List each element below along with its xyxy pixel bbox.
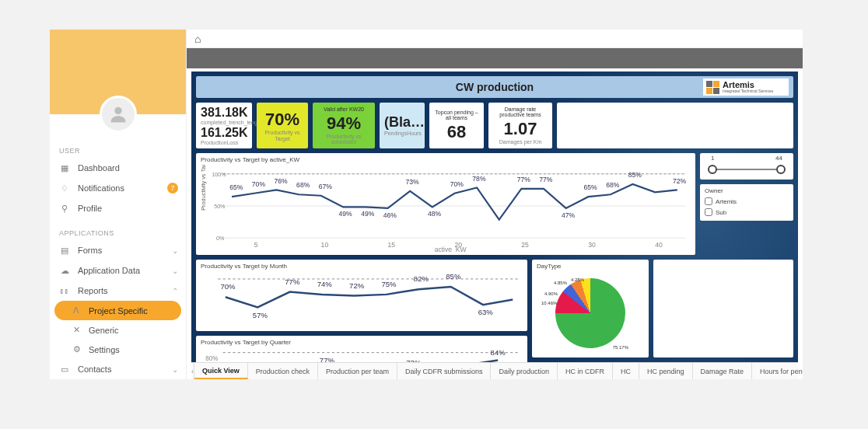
svg-text:78%: 78% [472, 175, 485, 183]
nav-project-specific[interactable]: ᐱ Project Specific [54, 301, 181, 320]
kpi-label: Productivity vs Target [261, 130, 303, 141]
tab-hc-cdfr[interactable]: HC in CDFR [558, 363, 613, 379]
tab-hc-pending[interactable]: HC pending [639, 363, 693, 379]
svg-text:5: 5 [254, 241, 258, 249]
checkbox[interactable] [705, 208, 712, 216]
svg-text:76%: 76% [275, 177, 288, 185]
kpi-label: completed_trench_length [201, 120, 247, 126]
nav-label: Profile [78, 204, 102, 213]
kpi-value: 381.18K [201, 106, 247, 120]
pie-label: 75.17% [613, 345, 628, 350]
ribbon [187, 48, 803, 68]
chart-kw[interactable]: Productivity vs Target 100% 50% 0% [201, 165, 691, 252]
tab-hours-pending[interactable]: Hours for pending [752, 363, 803, 379]
home-icon[interactable]: ⌂ [194, 33, 201, 45]
svg-text:82%: 82% [414, 274, 429, 283]
kpi-head: Valid after KW20 [317, 106, 370, 112]
nav-notifications[interactable]: ♢ Notifications 7 [50, 178, 186, 198]
chart-month[interactable]: 70% 57% 77% 74% 72% 75% 82% 85% 63% [201, 271, 523, 328]
tab-daily-production[interactable]: Daily production [491, 363, 558, 379]
chart-daytype[interactable]: 10.46% 4.90% 4.85% 4.28% 75.17% [537, 271, 644, 354]
svg-text:49%: 49% [361, 210, 374, 218]
nav-generic[interactable]: ✕ Generic [50, 320, 186, 340]
slider-handle-max[interactable] [776, 165, 786, 174]
owner-option[interactable]: Artemis [705, 197, 789, 205]
nav-forms[interactable]: ▤ Forms ⌄ [50, 240, 186, 260]
tab-damage-rate[interactable]: Damage Rate [693, 363, 753, 379]
forms-icon: ▤ [59, 245, 70, 256]
chart-quarter[interactable]: 80% 50% 71% 77% 73% 84% [201, 347, 523, 362]
row-kw-chart: Productivity vs Target by active_KW Prod… [196, 153, 793, 255]
user-icon [107, 103, 129, 125]
avatar[interactable] [100, 96, 137, 133]
svg-text:63%: 63% [478, 308, 493, 316]
tab-hc[interactable]: HC [613, 363, 639, 379]
owner-option[interactable]: Sub [705, 208, 789, 216]
nav-label: Project Specific [89, 306, 148, 316]
panel-title: Productivity vs Target by active_KW [201, 156, 691, 163]
nav-reports[interactable]: ⫾⫾ Reports ⌃ [50, 281, 186, 301]
kpi-head: Damage rate productive teams [493, 106, 548, 117]
svg-text:74%: 74% [317, 280, 332, 288]
svg-text:77%: 77% [320, 356, 334, 362]
nav-profile[interactable]: ⚲ Profile [50, 198, 186, 218]
nav-appdata[interactable]: ☁ Application Data ⌄ [50, 260, 186, 281]
svg-text:50%: 50% [214, 203, 226, 210]
panel-kw-slider[interactable]: 1 44 [700, 153, 793, 180]
tab-quick-view[interactable]: Quick View [194, 363, 248, 379]
nav-settings[interactable]: ⚙ Settings [50, 340, 186, 359]
panel-quarter-chart: Productivity vs Target by Quarter 80% 50… [196, 336, 527, 362]
panel-month-chart: Productivity vs Target by Month 70% 57% … [196, 260, 527, 331]
kpi-value: 161.25K [201, 126, 247, 140]
section-user-label: USER [50, 141, 186, 158]
svg-text:47%: 47% [562, 211, 575, 219]
svg-text:73%: 73% [406, 358, 421, 362]
tab-production-check[interactable]: Production check [248, 363, 318, 379]
nav-label: Contacts [78, 364, 111, 374]
slider-handle-min[interactable] [708, 165, 717, 174]
nav-contacts[interactable]: ▭ Contacts ⌄ [50, 359, 186, 379]
person-icon: ᐱ [73, 305, 82, 316]
kpi-value: (Bla… [384, 114, 420, 131]
tab-daily-cdfr[interactable]: Daily CDFR submissions [397, 363, 492, 379]
kpi-trench-length: 381.18K completed_trench_length 161.25K … [196, 103, 252, 148]
nav-label: Application Data [78, 266, 140, 275]
kpi-head: Topcon pending – all teams [434, 110, 479, 120]
kpi-blank [557, 103, 793, 148]
main: ⌂ CW production Artemis Integrated Techn… [187, 30, 803, 379]
kpi-damage: Damage rate productive teams 1.07 Damage… [488, 103, 552, 148]
content-area: CW production Artemis Integrated Technic… [187, 68, 803, 379]
pie-label: 4.90% [544, 291, 558, 296]
kpi-topcon: Topcon pending – all teams 68 [429, 103, 484, 148]
pie-label: 4.85% [554, 281, 567, 285]
kpi-label: Damages per Km [493, 139, 548, 145]
svg-text:Productivity vs Target: Productivity vs Target [201, 165, 207, 211]
svg-text:67%: 67% [319, 183, 332, 190]
svg-text:70%: 70% [450, 180, 464, 188]
logo-sub: Integrated Technical Services [723, 89, 773, 93]
svg-text:80%: 80% [205, 355, 218, 362]
panel-title: Productivity vs Target by Month [201, 263, 523, 270]
nav-label: Dashboard [78, 163, 120, 173]
tab-production-per-team[interactable]: Production per team [318, 363, 397, 379]
pie-label: 10.46% [541, 301, 557, 305]
svg-point-0 [114, 107, 121, 114]
profile-icon: ⚲ [59, 203, 70, 214]
sidebar: USER ▦ Dashboard ♢ Notifications 7 ⚲ Pro… [50, 30, 187, 379]
svg-text:77%: 77% [517, 176, 530, 183]
pie-icon [555, 278, 625, 348]
svg-text:85%: 85% [446, 272, 460, 281]
brand-block [50, 30, 186, 114]
svg-text:65%: 65% [584, 184, 597, 192]
chevron-down-icon: ⌄ [172, 365, 178, 374]
svg-text:68%: 68% [296, 182, 310, 190]
svg-text:70%: 70% [252, 180, 265, 188]
nav-dashboard[interactable]: ▦ Dashboard [50, 158, 186, 178]
chevron-down-icon: ⌄ [172, 267, 178, 275]
kpi-value: 1.07 [493, 119, 548, 139]
kpi-value: 94% [317, 113, 370, 134]
svg-text:77%: 77% [539, 176, 552, 183]
checkbox[interactable] [705, 197, 712, 205]
notification-badge: 7 [167, 183, 178, 194]
dashboard-icon: ▦ [59, 162, 70, 173]
